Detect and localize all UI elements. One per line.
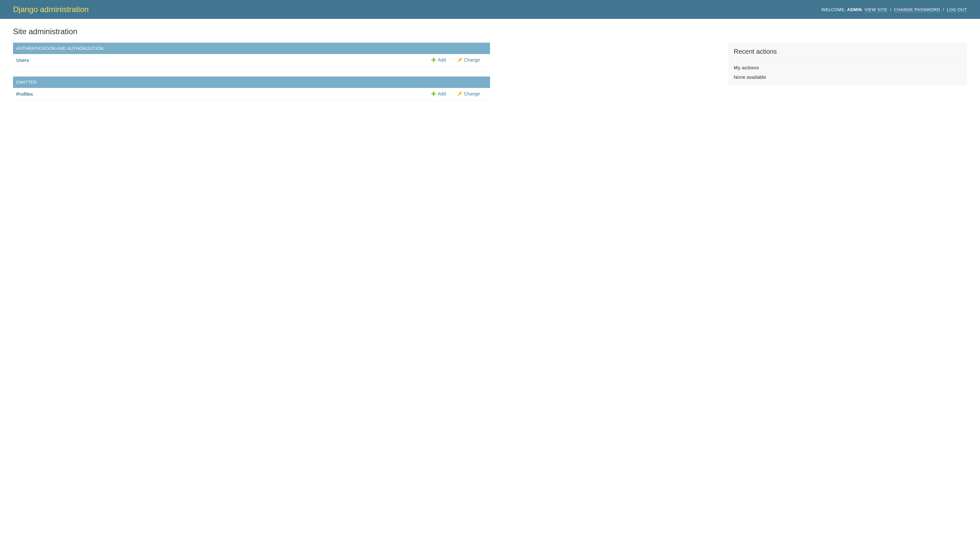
branding: Django administration: [13, 5, 89, 14]
add-link-profiles[interactable]: Add: [431, 91, 446, 96]
app-module-dwitter: DWITTER Profiles Add: [13, 76, 490, 101]
model-row-users: Users Add Change: [13, 54, 490, 67]
view-site-link[interactable]: VIEW SITE: [864, 7, 887, 13]
plus-icon: [431, 92, 436, 96]
change-label: Change: [464, 91, 480, 96]
change-label: Change: [464, 57, 480, 62]
plus-icon: [431, 58, 436, 62]
pencil-icon: [457, 92, 462, 96]
change-link-profiles[interactable]: Change: [457, 91, 480, 96]
app-caption[interactable]: AUTHENTICATION AND AUTHORIZATION: [13, 43, 490, 54]
content: Site administration AUTHENTICATION AND A…: [0, 19, 980, 49]
model-row-profiles: Profiles Add Change: [13, 88, 490, 101]
username: ADMIN: [847, 7, 862, 12]
content-main: AUTHENTICATION AND AUTHORIZATION Users A…: [13, 43, 490, 110]
user-tools: WELCOME, ADMIN. VIEW SITE / CHANGE PASSW…: [821, 7, 967, 12]
recent-actions-title: Recent actions: [729, 43, 967, 61]
site-title[interactable]: Django administration: [13, 5, 89, 14]
my-actions-heading: My actions: [729, 61, 967, 72]
header: Django administration WELCOME, ADMIN. VI…: [0, 0, 980, 19]
log-out-link[interactable]: LOG OUT: [947, 7, 967, 13]
add-label: Add: [438, 57, 446, 62]
add-label: Add: [438, 91, 446, 96]
change-password-link[interactable]: CHANGE PASSWORD: [894, 7, 940, 13]
recent-actions-none: None available: [729, 72, 967, 86]
model-link-profiles[interactable]: Profiles: [16, 92, 33, 97]
app-caption[interactable]: DWITTER: [13, 76, 490, 88]
nav-separator: /: [889, 7, 892, 12]
recent-actions-module: Recent actions My actions None available: [729, 43, 967, 86]
add-link-users[interactable]: Add: [431, 57, 446, 62]
page-title: Site administration: [13, 27, 967, 36]
pencil-icon: [457, 58, 462, 62]
model-link-users[interactable]: Users: [16, 58, 29, 63]
nav-separator: /: [942, 7, 945, 12]
app-module-auth: AUTHENTICATION AND AUTHORIZATION Users A…: [13, 43, 490, 67]
change-link-users[interactable]: Change: [457, 57, 480, 62]
content-related: Recent actions My actions None available: [729, 43, 967, 95]
welcome-text: WELCOME,: [821, 7, 847, 12]
